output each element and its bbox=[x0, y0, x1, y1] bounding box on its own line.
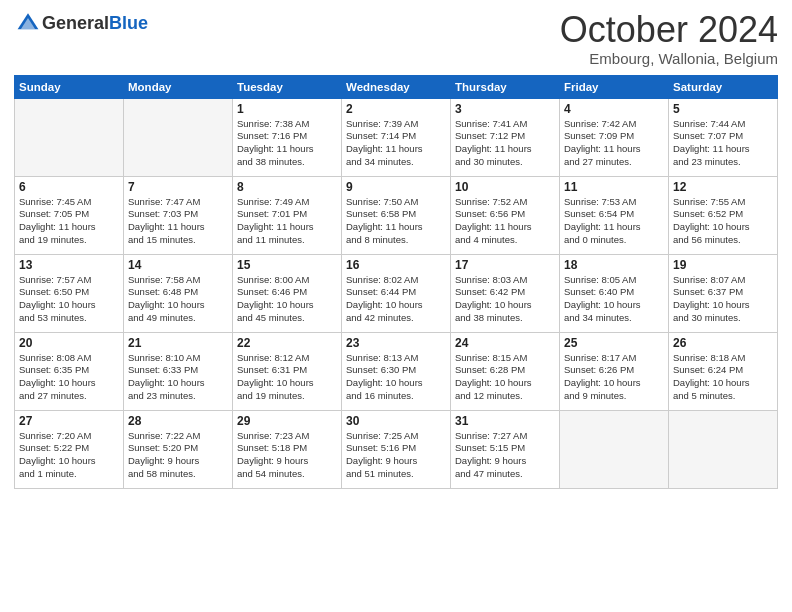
daylight-text2: and 30 minutes. bbox=[455, 156, 555, 169]
daylight-text2: and 1 minute. bbox=[19, 468, 119, 481]
daylight-text: Daylight: 10 hours bbox=[128, 377, 228, 390]
sunset-text: Sunset: 6:58 PM bbox=[346, 208, 446, 221]
calendar-cell: 10 Sunrise: 7:52 AM Sunset: 6:56 PM Dayl… bbox=[451, 176, 560, 254]
sunset-text: Sunset: 7:16 PM bbox=[237, 130, 337, 143]
daylight-text2: and 38 minutes. bbox=[237, 156, 337, 169]
daylight-text2: and 15 minutes. bbox=[128, 234, 228, 247]
sunrise-text: Sunrise: 8:15 AM bbox=[455, 352, 555, 365]
sunset-text: Sunset: 5:20 PM bbox=[128, 442, 228, 455]
calendar-cell: 19 Sunrise: 8:07 AM Sunset: 6:37 PM Dayl… bbox=[669, 254, 778, 332]
daylight-text: Daylight: 10 hours bbox=[673, 299, 773, 312]
day-number: 16 bbox=[346, 258, 446, 272]
sunset-text: Sunset: 6:33 PM bbox=[128, 364, 228, 377]
daylight-text: Daylight: 9 hours bbox=[346, 455, 446, 468]
sunrise-text: Sunrise: 7:38 AM bbox=[237, 118, 337, 131]
day-number: 15 bbox=[237, 258, 337, 272]
daylight-text: Daylight: 10 hours bbox=[673, 377, 773, 390]
week-row-1: 6 Sunrise: 7:45 AM Sunset: 7:05 PM Dayli… bbox=[15, 176, 778, 254]
daylight-text: Daylight: 11 hours bbox=[346, 221, 446, 234]
sunrise-text: Sunrise: 8:12 AM bbox=[237, 352, 337, 365]
daylight-text: Daylight: 10 hours bbox=[19, 377, 119, 390]
location: Embourg, Wallonia, Belgium bbox=[560, 50, 778, 67]
daylight-text2: and 4 minutes. bbox=[455, 234, 555, 247]
daylight-text2: and 19 minutes. bbox=[19, 234, 119, 247]
calendar-cell: 31 Sunrise: 7:27 AM Sunset: 5:15 PM Dayl… bbox=[451, 410, 560, 488]
sunrise-text: Sunrise: 7:39 AM bbox=[346, 118, 446, 131]
calendar-cell: 20 Sunrise: 8:08 AM Sunset: 6:35 PM Dayl… bbox=[15, 332, 124, 410]
sunset-text: Sunset: 5:15 PM bbox=[455, 442, 555, 455]
sunrise-text: Sunrise: 7:55 AM bbox=[673, 196, 773, 209]
daylight-text: Daylight: 10 hours bbox=[673, 221, 773, 234]
sunset-text: Sunset: 6:56 PM bbox=[455, 208, 555, 221]
sunset-text: Sunset: 7:05 PM bbox=[19, 208, 119, 221]
day-number: 24 bbox=[455, 336, 555, 350]
daylight-text2: and 34 minutes. bbox=[346, 156, 446, 169]
sunrise-text: Sunrise: 8:08 AM bbox=[19, 352, 119, 365]
sunrise-text: Sunrise: 7:58 AM bbox=[128, 274, 228, 287]
daylight-text: Daylight: 11 hours bbox=[237, 143, 337, 156]
daylight-text: Daylight: 10 hours bbox=[128, 299, 228, 312]
calendar-cell: 5 Sunrise: 7:44 AM Sunset: 7:07 PM Dayli… bbox=[669, 98, 778, 176]
daylight-text2: and 27 minutes. bbox=[19, 390, 119, 403]
daylight-text: Daylight: 10 hours bbox=[455, 299, 555, 312]
day-number: 8 bbox=[237, 180, 337, 194]
day-number: 21 bbox=[128, 336, 228, 350]
sunset-text: Sunset: 7:07 PM bbox=[673, 130, 773, 143]
calendar-cell: 11 Sunrise: 7:53 AM Sunset: 6:54 PM Dayl… bbox=[560, 176, 669, 254]
day-number: 23 bbox=[346, 336, 446, 350]
day-number: 11 bbox=[564, 180, 664, 194]
day-number: 4 bbox=[564, 102, 664, 116]
week-row-2: 13 Sunrise: 7:57 AM Sunset: 6:50 PM Dayl… bbox=[15, 254, 778, 332]
calendar-cell bbox=[669, 410, 778, 488]
calendar-cell: 28 Sunrise: 7:22 AM Sunset: 5:20 PM Dayl… bbox=[124, 410, 233, 488]
calendar-cell bbox=[15, 98, 124, 176]
sunrise-text: Sunrise: 7:20 AM bbox=[19, 430, 119, 443]
day-number: 14 bbox=[128, 258, 228, 272]
sunrise-text: Sunrise: 7:25 AM bbox=[346, 430, 446, 443]
sunset-text: Sunset: 6:44 PM bbox=[346, 286, 446, 299]
day-number: 6 bbox=[19, 180, 119, 194]
day-number: 13 bbox=[19, 258, 119, 272]
daylight-text2: and 51 minutes. bbox=[346, 468, 446, 481]
sunrise-text: Sunrise: 7:53 AM bbox=[564, 196, 664, 209]
daylight-text2: and 9 minutes. bbox=[564, 390, 664, 403]
calendar-cell: 22 Sunrise: 8:12 AM Sunset: 6:31 PM Dayl… bbox=[233, 332, 342, 410]
sunset-text: Sunset: 6:54 PM bbox=[564, 208, 664, 221]
daylight-text2: and 23 minutes. bbox=[128, 390, 228, 403]
page: GeneralBlue October 2024 Embourg, Wallon… bbox=[0, 0, 792, 612]
daylight-text2: and 42 minutes. bbox=[346, 312, 446, 325]
week-row-3: 20 Sunrise: 8:08 AM Sunset: 6:35 PM Dayl… bbox=[15, 332, 778, 410]
sunset-text: Sunset: 5:16 PM bbox=[346, 442, 446, 455]
logo-general-text: GeneralBlue bbox=[42, 13, 148, 33]
calendar-cell: 23 Sunrise: 8:13 AM Sunset: 6:30 PM Dayl… bbox=[342, 332, 451, 410]
sunrise-text: Sunrise: 8:10 AM bbox=[128, 352, 228, 365]
sunset-text: Sunset: 6:52 PM bbox=[673, 208, 773, 221]
day-number: 27 bbox=[19, 414, 119, 428]
weekday-header-tuesday: Tuesday bbox=[233, 75, 342, 98]
sunset-text: Sunset: 6:46 PM bbox=[237, 286, 337, 299]
daylight-text: Daylight: 9 hours bbox=[455, 455, 555, 468]
calendar-cell: 13 Sunrise: 7:57 AM Sunset: 6:50 PM Dayl… bbox=[15, 254, 124, 332]
day-number: 31 bbox=[455, 414, 555, 428]
calendar-cell: 12 Sunrise: 7:55 AM Sunset: 6:52 PM Dayl… bbox=[669, 176, 778, 254]
sunset-text: Sunset: 7:09 PM bbox=[564, 130, 664, 143]
day-number: 26 bbox=[673, 336, 773, 350]
daylight-text: Daylight: 9 hours bbox=[237, 455, 337, 468]
daylight-text: Daylight: 10 hours bbox=[19, 299, 119, 312]
daylight-text2: and 53 minutes. bbox=[19, 312, 119, 325]
calendar-cell: 17 Sunrise: 8:03 AM Sunset: 6:42 PM Dayl… bbox=[451, 254, 560, 332]
sunset-text: Sunset: 6:30 PM bbox=[346, 364, 446, 377]
week-row-0: 1 Sunrise: 7:38 AM Sunset: 7:16 PM Dayli… bbox=[15, 98, 778, 176]
daylight-text2: and 47 minutes. bbox=[455, 468, 555, 481]
sunset-text: Sunset: 7:14 PM bbox=[346, 130, 446, 143]
daylight-text2: and 34 minutes. bbox=[564, 312, 664, 325]
daylight-text: Daylight: 10 hours bbox=[237, 377, 337, 390]
weekday-header-friday: Friday bbox=[560, 75, 669, 98]
day-number: 30 bbox=[346, 414, 446, 428]
sunrise-text: Sunrise: 8:17 AM bbox=[564, 352, 664, 365]
sunrise-text: Sunrise: 7:45 AM bbox=[19, 196, 119, 209]
daylight-text: Daylight: 11 hours bbox=[455, 143, 555, 156]
daylight-text: Daylight: 11 hours bbox=[455, 221, 555, 234]
logo-icon bbox=[16, 10, 40, 34]
sunset-text: Sunset: 7:01 PM bbox=[237, 208, 337, 221]
